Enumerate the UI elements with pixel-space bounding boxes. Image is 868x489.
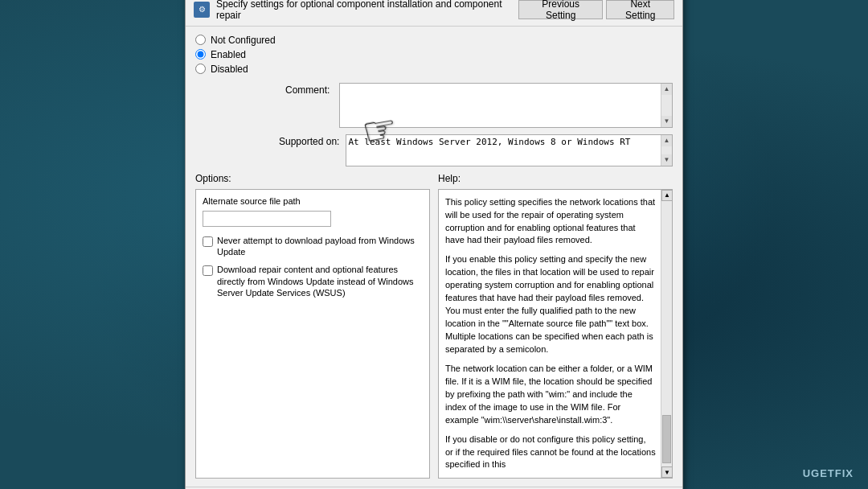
not-configured-radio[interactable] xyxy=(195,35,206,45)
help-para-3: The network location can be either a fol… xyxy=(445,363,656,427)
section-labels-row: Options: Help: xyxy=(195,173,673,189)
checkbox2-item: Download repair content and optional fea… xyxy=(203,264,423,298)
help-section-label: Help: xyxy=(438,173,673,184)
options-panel: Alternate source file path Never attempt… xyxy=(195,189,430,479)
radio-group: Not Configured Enabled Disabled xyxy=(195,35,673,75)
help-scrollbar: ▲ ▼ xyxy=(661,190,672,479)
help-para-1: This policy setting specifies the networ… xyxy=(445,196,656,248)
supported-textarea: At least Windows Server 2012, Windows 8 … xyxy=(346,135,661,166)
help-panel: This policy setting specifies the networ… xyxy=(438,189,673,479)
comment-scroll-down[interactable]: ▼ xyxy=(661,116,672,127)
comment-scroll-up[interactable]: ▲ xyxy=(661,84,672,95)
content-area: Not Configured Enabled Disabled Comment: xyxy=(186,27,682,487)
help-para-4: If you disable or do not configure this … xyxy=(445,434,656,472)
alternate-source-label: Alternate source file path xyxy=(203,196,423,206)
help-content: This policy setting specifies the networ… xyxy=(439,190,672,479)
toolbar-left: ⚙ Specify settings for optional componen… xyxy=(194,0,518,21)
help-para-2: If you enable this policy setting and sp… xyxy=(445,253,656,356)
supported-row: Supported on: At least Windows Server 20… xyxy=(195,134,673,166)
disabled-label: Disabled xyxy=(211,64,248,75)
enabled-label: Enabled xyxy=(211,49,246,60)
checkbox2-label: Download repair content and optional fea… xyxy=(217,264,423,298)
options-section-label: Options: xyxy=(195,173,430,184)
next-setting-button[interactable]: Next Setting xyxy=(606,0,674,19)
supported-scroll-up[interactable]: ▲ xyxy=(661,135,672,146)
comment-label: Comment: xyxy=(285,84,330,96)
toolbar-icon: ⚙ xyxy=(194,2,210,18)
comment-textarea[interactable] xyxy=(340,84,661,127)
toolbar-title: Specify settings for optional component … xyxy=(216,0,518,21)
help-scroll-down-arrow[interactable]: ▼ xyxy=(661,466,673,478)
help-scroll-up-arrow[interactable]: ▲ xyxy=(661,190,673,201)
comment-field-container: ▲ ▼ xyxy=(339,83,673,128)
enabled-radio[interactable] xyxy=(195,49,206,60)
supported-container: At least Windows Server 2012, Windows 8 … xyxy=(346,134,673,166)
toolbar-buttons: Previous Setting Next Setting xyxy=(518,0,674,19)
supported-scrollbar: ▲ ▼ xyxy=(661,135,672,166)
disabled-radio[interactable] xyxy=(195,64,206,74)
comment-scrollbar: ▲ ▼ xyxy=(661,84,672,127)
comment-row: Comment: ▲ ▼ xyxy=(195,83,673,128)
supported-field-container: At least Windows Server 2012, Windows 8 … xyxy=(346,134,673,166)
previous-setting-button[interactable]: Previous Setting xyxy=(518,0,604,19)
help-scrollbar-track xyxy=(661,201,672,467)
toolbar: ⚙ Specify settings for optional componen… xyxy=(186,0,682,27)
checkbox1-label: Never attempt to download payload from W… xyxy=(217,235,423,258)
main-dialog: ⚙ Specify settings for optional componen… xyxy=(185,0,683,489)
disabled-option[interactable]: Disabled xyxy=(195,64,673,75)
options-help-row: Alternate source file path Never attempt… xyxy=(195,189,673,479)
checkbox1[interactable] xyxy=(203,236,213,247)
alternate-source-input[interactable] xyxy=(203,211,331,227)
supported-label: Supported on: xyxy=(279,136,339,147)
enabled-option[interactable]: Enabled xyxy=(195,49,673,60)
not-configured-label: Not Configured xyxy=(211,35,276,46)
watermark: UGETFIX xyxy=(803,467,854,479)
comment-box: ▲ ▼ xyxy=(339,83,673,128)
checkbox2[interactable] xyxy=(203,265,213,276)
not-configured-option[interactable]: Not Configured xyxy=(195,35,673,46)
supported-scroll-down[interactable]: ▼ xyxy=(661,154,672,166)
checkbox1-item: Never attempt to download payload from W… xyxy=(203,235,423,258)
help-scrollbar-thumb[interactable] xyxy=(662,415,671,463)
